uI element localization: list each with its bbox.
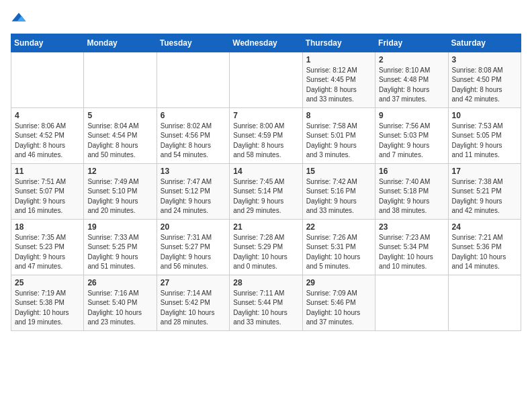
day-number: 15 <box>306 167 371 176</box>
calendar-cell: 9Sunrise: 7:56 AM Sunset: 5:03 PM Daylig… <box>375 107 448 163</box>
calendar-cell: 18Sunrise: 7:35 AM Sunset: 5:23 PM Dayli… <box>11 219 84 275</box>
calendar-cell: 17Sunrise: 7:38 AM Sunset: 5:21 PM Dayli… <box>448 163 521 219</box>
day-info: Sunrise: 7:11 AM Sunset: 5:44 PM Dayligh… <box>233 289 298 328</box>
day-number: 26 <box>87 278 152 287</box>
day-info: Sunrise: 8:06 AM Sunset: 4:52 PM Dayligh… <box>15 122 80 161</box>
day-number: 21 <box>233 222 298 232</box>
calendar-cell: 1Sunrise: 8:12 AM Sunset: 4:45 PM Daylig… <box>302 52 375 107</box>
calendar-week-1: 1Sunrise: 8:12 AM Sunset: 4:45 PM Daylig… <box>11 52 521 107</box>
day-info: Sunrise: 7:28 AM Sunset: 5:29 PM Dayligh… <box>233 233 298 272</box>
calendar-cell: 23Sunrise: 7:23 AM Sunset: 5:34 PM Dayli… <box>375 219 448 275</box>
logo-icon <box>11 11 27 25</box>
calendar-cell: 5Sunrise: 8:04 AM Sunset: 4:54 PM Daylig… <box>84 107 157 163</box>
day-number: 27 <box>161 278 226 287</box>
calendar-cell <box>230 52 302 107</box>
day-number: 8 <box>306 111 371 120</box>
day-number: 17 <box>452 167 517 176</box>
day-number: 23 <box>379 222 444 232</box>
calendar-table: SundayMondayTuesdayWednesdayThursdayFrid… <box>11 34 521 331</box>
day-info: Sunrise: 7:21 AM Sunset: 5:36 PM Dayligh… <box>452 233 517 272</box>
calendar-cell: 10Sunrise: 7:53 AM Sunset: 5:05 PM Dayli… <box>448 107 521 163</box>
calendar-cell <box>11 52 84 107</box>
header-day-wednesday: Wednesday <box>230 34 302 52</box>
day-number: 22 <box>306 222 371 232</box>
calendar-cell: 6Sunrise: 8:02 AM Sunset: 4:56 PM Daylig… <box>157 107 229 163</box>
day-info: Sunrise: 8:10 AM Sunset: 4:48 PM Dayligh… <box>379 66 444 105</box>
day-number: 25 <box>15 278 80 287</box>
header-day-friday: Friday <box>375 34 448 52</box>
header <box>11 11 521 26</box>
calendar-cell: 2Sunrise: 8:10 AM Sunset: 4:48 PM Daylig… <box>375 52 448 107</box>
calendar-cell: 21Sunrise: 7:28 AM Sunset: 5:29 PM Dayli… <box>230 219 302 275</box>
day-info: Sunrise: 7:42 AM Sunset: 5:16 PM Dayligh… <box>306 177 371 216</box>
day-number: 6 <box>161 111 226 120</box>
calendar-cell: 12Sunrise: 7:49 AM Sunset: 5:10 PM Dayli… <box>84 163 157 219</box>
header-day-tuesday: Tuesday <box>157 34 229 52</box>
calendar-week-3: 11Sunrise: 7:51 AM Sunset: 5:07 PM Dayli… <box>11 163 521 219</box>
calendar-cell <box>157 52 229 107</box>
day-info: Sunrise: 7:40 AM Sunset: 5:18 PM Dayligh… <box>379 177 444 216</box>
day-info: Sunrise: 7:47 AM Sunset: 5:12 PM Dayligh… <box>161 177 226 216</box>
calendar-cell: 25Sunrise: 7:19 AM Sunset: 5:38 PM Dayli… <box>11 275 84 330</box>
calendar-cell: 16Sunrise: 7:40 AM Sunset: 5:18 PM Dayli… <box>375 163 448 219</box>
day-info: Sunrise: 8:12 AM Sunset: 4:45 PM Dayligh… <box>306 66 371 105</box>
calendar-cell: 26Sunrise: 7:16 AM Sunset: 5:40 PM Dayli… <box>84 275 157 330</box>
day-info: Sunrise: 7:53 AM Sunset: 5:05 PM Dayligh… <box>452 122 517 161</box>
day-number: 5 <box>87 111 152 120</box>
day-info: Sunrise: 8:08 AM Sunset: 4:50 PM Dayligh… <box>452 66 517 105</box>
calendar-cell <box>84 52 157 107</box>
day-info: Sunrise: 7:14 AM Sunset: 5:42 PM Dayligh… <box>161 289 226 328</box>
day-number: 14 <box>233 167 298 176</box>
day-info: Sunrise: 7:35 AM Sunset: 5:23 PM Dayligh… <box>15 233 80 272</box>
calendar-cell: 7Sunrise: 8:00 AM Sunset: 4:59 PM Daylig… <box>230 107 302 163</box>
day-number: 1 <box>306 55 371 64</box>
day-info: Sunrise: 7:16 AM Sunset: 5:40 PM Dayligh… <box>87 289 152 328</box>
header-day-saturday: Saturday <box>448 34 521 52</box>
day-info: Sunrise: 7:19 AM Sunset: 5:38 PM Dayligh… <box>15 289 80 328</box>
calendar-week-2: 4Sunrise: 8:06 AM Sunset: 4:52 PM Daylig… <box>11 107 521 163</box>
calendar-cell: 28Sunrise: 7:11 AM Sunset: 5:44 PM Dayli… <box>230 275 302 330</box>
calendar-cell: 19Sunrise: 7:33 AM Sunset: 5:25 PM Dayli… <box>84 219 157 275</box>
day-number: 29 <box>306 278 371 287</box>
day-info: Sunrise: 7:23 AM Sunset: 5:34 PM Dayligh… <box>379 233 444 272</box>
logo <box>11 11 30 26</box>
calendar-cell: 3Sunrise: 8:08 AM Sunset: 4:50 PM Daylig… <box>448 52 521 107</box>
calendar-week-4: 18Sunrise: 7:35 AM Sunset: 5:23 PM Dayli… <box>11 219 521 275</box>
day-number: 11 <box>15 167 80 176</box>
day-info: Sunrise: 7:49 AM Sunset: 5:10 PM Dayligh… <box>87 177 152 216</box>
day-info: Sunrise: 7:33 AM Sunset: 5:25 PM Dayligh… <box>87 233 152 272</box>
day-number: 2 <box>379 55 444 64</box>
day-info: Sunrise: 7:56 AM Sunset: 5:03 PM Dayligh… <box>379 122 444 161</box>
day-info: Sunrise: 7:58 AM Sunset: 5:01 PM Dayligh… <box>306 122 371 161</box>
day-number: 16 <box>379 167 444 176</box>
calendar-cell: 24Sunrise: 7:21 AM Sunset: 5:36 PM Dayli… <box>448 219 521 275</box>
calendar-cell: 13Sunrise: 7:47 AM Sunset: 5:12 PM Dayli… <box>157 163 229 219</box>
calendar-cell: 11Sunrise: 7:51 AM Sunset: 5:07 PM Dayli… <box>11 163 84 219</box>
day-number: 13 <box>161 167 226 176</box>
day-info: Sunrise: 8:04 AM Sunset: 4:54 PM Dayligh… <box>87 122 152 161</box>
header-day-sunday: Sunday <box>11 34 84 52</box>
calendar-cell <box>448 275 521 330</box>
calendar-cell: 20Sunrise: 7:31 AM Sunset: 5:27 PM Dayli… <box>157 219 229 275</box>
day-number: 28 <box>233 278 298 287</box>
day-info: Sunrise: 7:09 AM Sunset: 5:46 PM Dayligh… <box>306 289 371 328</box>
calendar-header-row: SundayMondayTuesdayWednesdayThursdayFrid… <box>11 34 521 52</box>
day-number: 7 <box>233 111 298 120</box>
day-number: 9 <box>379 111 444 120</box>
day-number: 20 <box>161 222 226 232</box>
day-info: Sunrise: 8:00 AM Sunset: 4:59 PM Dayligh… <box>233 122 298 161</box>
day-info: Sunrise: 7:38 AM Sunset: 5:21 PM Dayligh… <box>452 177 517 216</box>
calendar-cell: 27Sunrise: 7:14 AM Sunset: 5:42 PM Dayli… <box>157 275 229 330</box>
calendar-cell: 22Sunrise: 7:26 AM Sunset: 5:31 PM Dayli… <box>302 219 375 275</box>
calendar-cell: 14Sunrise: 7:45 AM Sunset: 5:14 PM Dayli… <box>230 163 302 219</box>
day-info: Sunrise: 7:51 AM Sunset: 5:07 PM Dayligh… <box>15 177 80 216</box>
calendar-cell <box>375 275 448 330</box>
calendar-cell: 4Sunrise: 8:06 AM Sunset: 4:52 PM Daylig… <box>11 107 84 163</box>
day-number: 19 <box>87 222 152 232</box>
day-number: 3 <box>452 55 517 64</box>
day-info: Sunrise: 7:26 AM Sunset: 5:31 PM Dayligh… <box>306 233 371 272</box>
day-info: Sunrise: 8:02 AM Sunset: 4:56 PM Dayligh… <box>161 122 226 161</box>
header-day-monday: Monday <box>84 34 157 52</box>
day-number: 24 <box>452 222 517 232</box>
calendar-cell: 29Sunrise: 7:09 AM Sunset: 5:46 PM Dayli… <box>302 275 375 330</box>
